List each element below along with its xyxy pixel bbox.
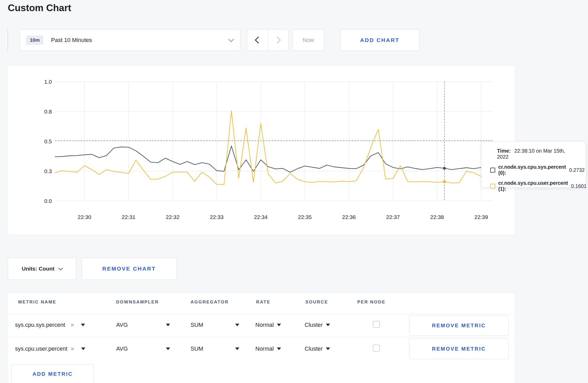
downsampler-select[interactable]: AVG	[116, 345, 170, 352]
downsampler-select[interactable]: AVG	[116, 322, 170, 328]
tooltip-series-name: cr.node.sys.cpu.user.percent (1):	[498, 180, 568, 192]
prev-range-button[interactable]	[247, 30, 268, 51]
y-axis-tick-label: 0.8	[44, 109, 52, 115]
aggregator-value: SUM	[191, 345, 203, 352]
tooltip-series-value: 0.1601	[571, 183, 587, 189]
source-select[interactable]: Cluster	[305, 322, 330, 328]
units-select[interactable]: Units: Count	[8, 258, 76, 280]
source-value: Cluster	[305, 345, 323, 352]
tooltip-series-name: cr.node.sys.cpu.sys.percent (0):	[498, 164, 566, 176]
col-header-per-node: PER NODE	[357, 300, 386, 305]
dropdown-arrow-icon	[166, 347, 170, 350]
remove-metric-label: REMOVE METRIC	[432, 323, 486, 329]
downsampler-value: AVG	[116, 345, 128, 352]
remove-metric-button[interactable]: REMOVE METRIC	[409, 338, 509, 359]
custom-chart-page: { "page": { "title": "Custom Chart" }, "…	[0, 0, 588, 383]
cpu-usage-chart[interactable]: 0.00.30.50.81.022:3022:3122:3222:3322:34…	[8, 65, 515, 235]
aggregator-select[interactable]: SUM	[191, 322, 239, 328]
clear-metric-icon[interactable]: ×	[71, 345, 74, 352]
series-line	[55, 146, 489, 172]
time-range-nav	[247, 29, 289, 51]
chevron-down-icon	[228, 37, 234, 42]
dropdown-arrow-icon	[166, 324, 170, 326]
col-header-aggregator: AGGREGATOR	[191, 300, 229, 305]
time-range-badge: 10m	[26, 36, 43, 45]
x-axis-tick-label: 22:38	[430, 214, 444, 220]
x-axis-tick-label: 22:33	[210, 214, 224, 220]
hover-point-dot	[443, 180, 446, 183]
page-title: Custom Chart	[8, 3, 71, 13]
dropdown-arrow-icon	[235, 347, 239, 350]
table-row-separator	[8, 314, 514, 314]
y-axis-tick-label: 0.5	[44, 138, 52, 144]
remove-chart-button[interactable]: REMOVE CHART	[81, 258, 177, 280]
col-header-downsampler: DOWNSAMPLER	[116, 300, 159, 305]
per-node-checkbox[interactable]	[373, 345, 380, 352]
dropdown-arrow-icon	[277, 324, 281, 326]
source-value: Cluster	[305, 322, 323, 328]
units-select-label: Units: Count	[22, 266, 54, 272]
x-axis-tick-label: 22:30	[78, 214, 92, 220]
x-axis-tick-label: 22:37	[386, 214, 400, 220]
remove-metric-button[interactable]: REMOVE METRIC	[409, 315, 509, 336]
dropdown-arrow-icon	[277, 347, 281, 350]
chevron-down-icon	[58, 266, 63, 270]
tooltip-series-row: cr.node.sys.cpu.sys.percent (0): 0.2732	[490, 164, 578, 176]
series-line	[55, 111, 489, 185]
per-node-checkbox[interactable]	[373, 321, 380, 328]
next-range-button[interactable]	[268, 30, 289, 51]
dropdown-arrow-icon	[235, 324, 239, 326]
x-axis-tick-label: 22:34	[254, 214, 268, 220]
remove-metric-label: REMOVE METRIC	[432, 346, 486, 352]
tooltip-time-label: Time:	[497, 148, 511, 154]
time-range-label: Past 10 Minutes	[51, 37, 229, 44]
clear-metric-icon[interactable]: ×	[70, 322, 74, 328]
source-select[interactable]: Cluster	[305, 345, 330, 352]
metric-name-select[interactable]: sys.cpu.sys.percent ×	[15, 322, 85, 328]
rate-value: Normal	[255, 345, 274, 352]
x-axis-tick-label: 22:32	[166, 214, 180, 220]
col-header-rate: RATE	[256, 300, 270, 305]
x-axis-tick-label: 22:39	[474, 214, 488, 220]
dropdown-arrow-icon	[326, 347, 330, 350]
toolbar-left-divider	[8, 29, 8, 51]
chevron-left-icon	[255, 37, 262, 44]
add-chart-button[interactable]: ADD CHART	[340, 29, 419, 51]
col-header-metric-name: METRIC NAME	[18, 300, 56, 305]
dropdown-arrow-icon	[326, 324, 330, 326]
series-sys-legend-icon	[490, 168, 495, 173]
metric-name-value: sys.cpu.sys.percent	[15, 322, 65, 328]
x-axis-tick-label: 22:35	[298, 214, 312, 220]
col-header-source: SOURCE	[305, 300, 328, 305]
chart-hover-tooltip: Time:22:38:10 on Mar 15th, 2022 cr.node.…	[481, 141, 586, 188]
chevron-right-icon	[274, 37, 281, 44]
series-user-legend-icon	[490, 184, 495, 189]
y-axis-tick-label: 0.3	[44, 168, 52, 174]
table-row-separator	[8, 337, 514, 337]
x-axis-tick-label: 22:36	[342, 214, 356, 220]
rate-value: Normal	[255, 322, 274, 328]
hover-point-dot	[443, 167, 446, 170]
aggregator-select[interactable]: SUM	[191, 345, 239, 352]
downsampler-value: AVG	[116, 322, 128, 328]
rate-select[interactable]: Normal	[255, 345, 281, 352]
tooltip-time: Time:22:38:10 on Mar 15th, 2022	[497, 148, 578, 160]
dropdown-arrow-icon	[81, 347, 85, 350]
now-button[interactable]: Now	[292, 29, 324, 51]
aggregator-value: SUM	[191, 322, 203, 328]
metric-name-value: sys.cpu.user.percent	[15, 345, 67, 352]
metric-name-select[interactable]: sys.cpu.user.percent ×	[15, 345, 85, 352]
time-range-selector[interactable]: 10m Past 10 Minutes	[20, 29, 241, 51]
y-axis-tick-label: 1.0	[44, 79, 52, 85]
y-axis-tick-label: 0.0	[44, 198, 52, 204]
add-metric-button[interactable]: ADD METRIC	[11, 364, 94, 383]
tooltip-series-row: cr.node.sys.cpu.user.percent (1): 0.1601	[490, 180, 578, 192]
rate-select[interactable]: Normal	[255, 322, 281, 328]
dropdown-arrow-icon	[81, 324, 85, 326]
x-axis-tick-label: 22:31	[122, 214, 136, 220]
tooltip-series-value: 0.2732	[569, 167, 585, 173]
